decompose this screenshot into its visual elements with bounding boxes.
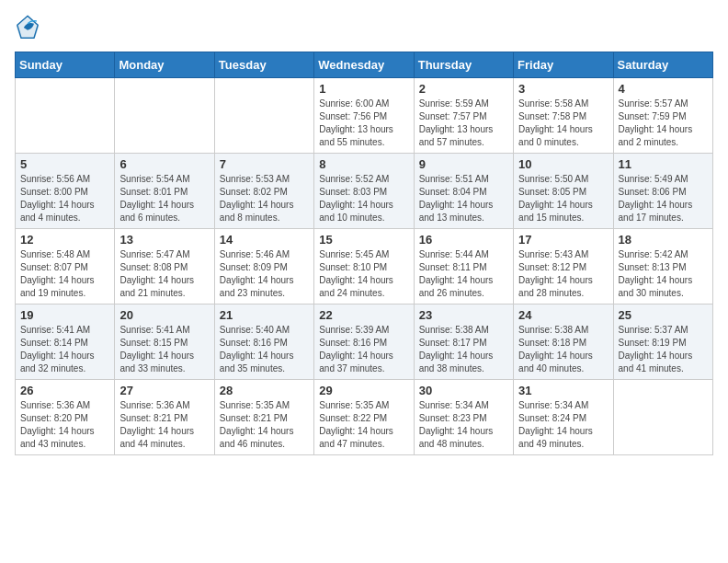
calendar-cell: 9Sunrise: 5:51 AMSunset: 8:04 PMDaylight… [414,154,513,229]
day-info: Sunrise: 5:36 AMSunset: 8:21 PMDaylight:… [119,399,209,451]
day-info: Sunrise: 5:54 AMSunset: 8:01 PMDaylight:… [119,173,209,224]
day-number: 2 [419,82,508,96]
calendar-header-monday: Monday [115,52,214,78]
day-number: 4 [619,82,708,96]
day-info: Sunrise: 5:56 AMSunset: 8:00 PMDaylight:… [20,173,109,224]
calendar-cell: 10Sunrise: 5:50 AMSunset: 8:05 PMDayligh… [514,154,613,229]
calendar-cell: 20Sunrise: 5:41 AMSunset: 8:15 PMDayligh… [115,304,214,380]
logo [15,15,44,40]
day-info: Sunrise: 5:45 AMSunset: 8:10 PMDaylight:… [319,248,408,300]
calendar-cell: 16Sunrise: 5:44 AMSunset: 8:11 PMDayligh… [414,229,513,304]
calendar-cell: 23Sunrise: 5:38 AMSunset: 8:17 PMDayligh… [414,304,513,380]
day-info: Sunrise: 5:34 AMSunset: 8:24 PMDaylight:… [518,399,608,451]
calendar-header-saturday: Saturday [613,52,712,78]
calendar-header-sunday: Sunday [16,52,115,78]
day-number: 30 [419,384,508,397]
day-number: 7 [220,157,309,171]
calendar-week-row: 5Sunrise: 5:56 AMSunset: 8:00 PMDaylight… [16,154,713,229]
day-info: Sunrise: 5:59 AMSunset: 7:57 PMDaylight:… [419,98,508,149]
calendar-cell: 31Sunrise: 5:34 AMSunset: 8:24 PMDayligh… [514,380,613,455]
day-info: Sunrise: 5:37 AMSunset: 8:19 PMDaylight:… [619,324,708,375]
calendar-week-row: 1Sunrise: 6:00 AMSunset: 7:56 PMDaylight… [16,78,713,154]
calendar-cell [214,78,313,154]
calendar-cell: 30Sunrise: 5:34 AMSunset: 8:23 PMDayligh… [414,380,513,455]
calendar-cell: 4Sunrise: 5:57 AMSunset: 7:59 PMDaylight… [613,78,712,154]
day-info: Sunrise: 5:46 AMSunset: 8:09 PMDaylight:… [220,248,309,300]
calendar-cell: 21Sunrise: 5:40 AMSunset: 8:16 PMDayligh… [214,304,313,380]
calendar-cell: 14Sunrise: 5:46 AMSunset: 8:09 PMDayligh… [214,229,313,304]
day-number: 14 [220,233,309,247]
day-number: 17 [518,233,608,247]
day-number: 31 [518,384,608,397]
calendar-cell: 24Sunrise: 5:38 AMSunset: 8:18 PMDayligh… [514,304,613,380]
day-number: 27 [119,384,209,397]
calendar-cell: 7Sunrise: 5:53 AMSunset: 8:02 PMDaylight… [214,154,313,229]
calendar-cell [613,380,712,455]
day-number: 21 [220,308,309,322]
day-info: Sunrise: 5:49 AMSunset: 8:06 PMDaylight:… [619,173,708,224]
calendar-cell: 2Sunrise: 5:59 AMSunset: 7:57 PMDaylight… [414,78,513,154]
day-number: 26 [20,384,109,397]
day-info: Sunrise: 6:00 AMSunset: 7:56 PMDaylight:… [319,98,408,149]
calendar-cell: 27Sunrise: 5:36 AMSunset: 8:21 PMDayligh… [115,380,214,455]
calendar-week-row: 19Sunrise: 5:41 AMSunset: 8:14 PMDayligh… [16,304,713,380]
logo-icon [15,15,40,40]
calendar-cell: 17Sunrise: 5:43 AMSunset: 8:12 PMDayligh… [514,229,613,304]
day-info: Sunrise: 5:57 AMSunset: 7:59 PMDaylight:… [619,98,708,149]
day-number: 6 [119,157,209,171]
day-number: 20 [119,308,209,322]
calendar-cell: 22Sunrise: 5:39 AMSunset: 8:16 PMDayligh… [314,304,414,380]
day-info: Sunrise: 5:38 AMSunset: 8:17 PMDaylight:… [419,324,508,375]
calendar-cell: 11Sunrise: 5:49 AMSunset: 8:06 PMDayligh… [613,154,712,229]
day-info: Sunrise: 5:35 AMSunset: 8:21 PMDaylight:… [220,399,309,451]
calendar: SundayMondayTuesdayWednesdayThursdayFrid… [15,52,713,455]
day-info: Sunrise: 5:53 AMSunset: 8:02 PMDaylight:… [220,173,309,224]
day-info: Sunrise: 5:34 AMSunset: 8:23 PMDaylight:… [419,399,508,451]
day-number: 16 [419,233,508,247]
day-info: Sunrise: 5:51 AMSunset: 8:04 PMDaylight:… [419,173,508,224]
day-number: 25 [619,308,708,322]
calendar-cell: 25Sunrise: 5:37 AMSunset: 8:19 PMDayligh… [613,304,712,380]
calendar-header-tuesday: Tuesday [214,52,313,78]
day-info: Sunrise: 5:36 AMSunset: 8:20 PMDaylight:… [20,399,109,451]
calendar-header-wednesday: Wednesday [314,52,414,78]
day-number: 5 [20,157,109,171]
day-info: Sunrise: 5:44 AMSunset: 8:11 PMDaylight:… [419,248,508,300]
day-number: 8 [319,157,408,171]
day-number: 18 [619,233,708,247]
calendar-cell: 13Sunrise: 5:47 AMSunset: 8:08 PMDayligh… [115,229,214,304]
calendar-cell [16,78,115,154]
day-info: Sunrise: 5:47 AMSunset: 8:08 PMDaylight:… [119,248,209,300]
day-info: Sunrise: 5:38 AMSunset: 8:18 PMDaylight:… [518,324,608,375]
day-info: Sunrise: 5:35 AMSunset: 8:22 PMDaylight:… [319,399,408,451]
day-number: 28 [220,384,309,397]
day-number: 9 [419,157,508,171]
calendar-week-row: 26Sunrise: 5:36 AMSunset: 8:20 PMDayligh… [16,380,713,455]
day-info: Sunrise: 5:43 AMSunset: 8:12 PMDaylight:… [518,248,608,300]
day-info: Sunrise: 5:41 AMSunset: 8:14 PMDaylight:… [20,324,109,375]
calendar-cell: 26Sunrise: 5:36 AMSunset: 8:20 PMDayligh… [16,380,115,455]
calendar-cell: 28Sunrise: 5:35 AMSunset: 8:21 PMDayligh… [214,380,313,455]
day-number: 3 [518,82,608,96]
calendar-cell: 19Sunrise: 5:41 AMSunset: 8:14 PMDayligh… [16,304,115,380]
calendar-cell: 29Sunrise: 5:35 AMSunset: 8:22 PMDayligh… [314,380,414,455]
day-number: 13 [119,233,209,247]
day-number: 12 [20,233,109,247]
day-info: Sunrise: 5:52 AMSunset: 8:03 PMDaylight:… [319,173,408,224]
calendar-week-row: 12Sunrise: 5:48 AMSunset: 8:07 PMDayligh… [16,229,713,304]
calendar-cell [115,78,214,154]
day-info: Sunrise: 5:42 AMSunset: 8:13 PMDaylight:… [619,248,708,300]
day-number: 24 [518,308,608,322]
day-number: 22 [319,308,408,322]
header [15,15,713,40]
calendar-cell: 15Sunrise: 5:45 AMSunset: 8:10 PMDayligh… [314,229,414,304]
calendar-header-thursday: Thursday [414,52,513,78]
day-number: 19 [20,308,109,322]
day-info: Sunrise: 5:41 AMSunset: 8:15 PMDaylight:… [119,324,209,375]
calendar-cell: 1Sunrise: 6:00 AMSunset: 7:56 PMDaylight… [314,78,414,154]
day-info: Sunrise: 5:50 AMSunset: 8:05 PMDaylight:… [518,173,608,224]
calendar-header-friday: Friday [514,52,613,78]
calendar-header-row: SundayMondayTuesdayWednesdayThursdayFrid… [16,52,713,78]
day-number: 15 [319,233,408,247]
calendar-cell: 5Sunrise: 5:56 AMSunset: 8:00 PMDaylight… [16,154,115,229]
